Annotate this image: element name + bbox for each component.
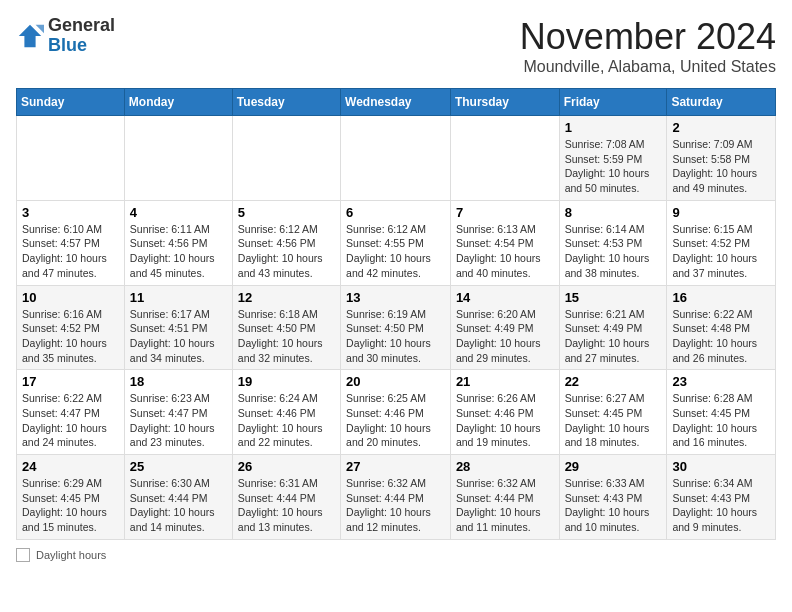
calendar-week-row: 1Sunrise: 7:08 AM Sunset: 5:59 PM Daylig… <box>17 116 776 201</box>
calendar-cell <box>17 116 125 201</box>
day-info: Sunrise: 6:21 AM Sunset: 4:49 PM Dayligh… <box>565 307 662 366</box>
day-number: 22 <box>565 374 662 389</box>
day-info: Sunrise: 6:18 AM Sunset: 4:50 PM Dayligh… <box>238 307 335 366</box>
weekday-header: Thursday <box>450 89 559 116</box>
day-info: Sunrise: 6:25 AM Sunset: 4:46 PM Dayligh… <box>346 391 445 450</box>
calendar-cell: 10Sunrise: 6:16 AM Sunset: 4:52 PM Dayli… <box>17 285 125 370</box>
day-info: Sunrise: 6:13 AM Sunset: 4:54 PM Dayligh… <box>456 222 554 281</box>
calendar-body: 1Sunrise: 7:08 AM Sunset: 5:59 PM Daylig… <box>17 116 776 540</box>
weekday-header: Monday <box>124 89 232 116</box>
calendar-cell: 24Sunrise: 6:29 AM Sunset: 4:45 PM Dayli… <box>17 455 125 540</box>
calendar-cell <box>232 116 340 201</box>
calendar-cell: 15Sunrise: 6:21 AM Sunset: 4:49 PM Dayli… <box>559 285 667 370</box>
day-number: 10 <box>22 290 119 305</box>
calendar-cell: 23Sunrise: 6:28 AM Sunset: 4:45 PM Dayli… <box>667 370 776 455</box>
day-number: 8 <box>565 205 662 220</box>
calendar-cell: 11Sunrise: 6:17 AM Sunset: 4:51 PM Dayli… <box>124 285 232 370</box>
day-info: Sunrise: 6:12 AM Sunset: 4:55 PM Dayligh… <box>346 222 445 281</box>
calendar-cell: 5Sunrise: 6:12 AM Sunset: 4:56 PM Daylig… <box>232 200 340 285</box>
day-info: Sunrise: 6:10 AM Sunset: 4:57 PM Dayligh… <box>22 222 119 281</box>
calendar-cell: 9Sunrise: 6:15 AM Sunset: 4:52 PM Daylig… <box>667 200 776 285</box>
day-number: 11 <box>130 290 227 305</box>
day-number: 27 <box>346 459 445 474</box>
calendar-week-row: 24Sunrise: 6:29 AM Sunset: 4:45 PM Dayli… <box>17 455 776 540</box>
day-number: 14 <box>456 290 554 305</box>
calendar-week-row: 10Sunrise: 6:16 AM Sunset: 4:52 PM Dayli… <box>17 285 776 370</box>
day-info: Sunrise: 6:32 AM Sunset: 4:44 PM Dayligh… <box>346 476 445 535</box>
day-info: Sunrise: 6:23 AM Sunset: 4:47 PM Dayligh… <box>130 391 227 450</box>
calendar-cell: 1Sunrise: 7:08 AM Sunset: 5:59 PM Daylig… <box>559 116 667 201</box>
day-number: 4 <box>130 205 227 220</box>
day-info: Sunrise: 6:29 AM Sunset: 4:45 PM Dayligh… <box>22 476 119 535</box>
day-number: 17 <box>22 374 119 389</box>
day-number: 1 <box>565 120 662 135</box>
day-number: 9 <box>672 205 770 220</box>
day-info: Sunrise: 6:11 AM Sunset: 4:56 PM Dayligh… <box>130 222 227 281</box>
weekday-header: Saturday <box>667 89 776 116</box>
calendar-cell: 14Sunrise: 6:20 AM Sunset: 4:49 PM Dayli… <box>450 285 559 370</box>
calendar-cell: 19Sunrise: 6:24 AM Sunset: 4:46 PM Dayli… <box>232 370 340 455</box>
day-info: Sunrise: 6:14 AM Sunset: 4:53 PM Dayligh… <box>565 222 662 281</box>
calendar-table: SundayMondayTuesdayWednesdayThursdayFrid… <box>16 88 776 540</box>
calendar-cell: 16Sunrise: 6:22 AM Sunset: 4:48 PM Dayli… <box>667 285 776 370</box>
calendar-cell: 7Sunrise: 6:13 AM Sunset: 4:54 PM Daylig… <box>450 200 559 285</box>
day-number: 25 <box>130 459 227 474</box>
day-number: 12 <box>238 290 335 305</box>
logo: General Blue <box>16 16 115 56</box>
calendar-cell: 8Sunrise: 6:14 AM Sunset: 4:53 PM Daylig… <box>559 200 667 285</box>
calendar-cell: 26Sunrise: 6:31 AM Sunset: 4:44 PM Dayli… <box>232 455 340 540</box>
day-info: Sunrise: 7:08 AM Sunset: 5:59 PM Dayligh… <box>565 137 662 196</box>
day-info: Sunrise: 6:19 AM Sunset: 4:50 PM Dayligh… <box>346 307 445 366</box>
calendar-cell: 13Sunrise: 6:19 AM Sunset: 4:50 PM Dayli… <box>341 285 451 370</box>
calendar-week-row: 3Sunrise: 6:10 AM Sunset: 4:57 PM Daylig… <box>17 200 776 285</box>
day-info: Sunrise: 6:32 AM Sunset: 4:44 PM Dayligh… <box>456 476 554 535</box>
day-number: 26 <box>238 459 335 474</box>
day-number: 7 <box>456 205 554 220</box>
calendar-cell: 12Sunrise: 6:18 AM Sunset: 4:50 PM Dayli… <box>232 285 340 370</box>
calendar-header: SundayMondayTuesdayWednesdayThursdayFrid… <box>17 89 776 116</box>
day-number: 23 <box>672 374 770 389</box>
day-number: 30 <box>672 459 770 474</box>
day-info: Sunrise: 6:27 AM Sunset: 4:45 PM Dayligh… <box>565 391 662 450</box>
legend-box <box>16 548 30 562</box>
day-info: Sunrise: 6:34 AM Sunset: 4:43 PM Dayligh… <box>672 476 770 535</box>
day-number: 28 <box>456 459 554 474</box>
calendar-cell: 30Sunrise: 6:34 AM Sunset: 4:43 PM Dayli… <box>667 455 776 540</box>
calendar-cell <box>341 116 451 201</box>
weekday-header: Tuesday <box>232 89 340 116</box>
day-number: 6 <box>346 205 445 220</box>
legend-label: Daylight hours <box>36 549 106 561</box>
location-subtitle: Moundville, Alabama, United States <box>520 58 776 76</box>
legend: Daylight hours <box>16 548 776 562</box>
day-number: 13 <box>346 290 445 305</box>
weekday-header: Friday <box>559 89 667 116</box>
calendar-cell: 17Sunrise: 6:22 AM Sunset: 4:47 PM Dayli… <box>17 370 125 455</box>
calendar-cell: 6Sunrise: 6:12 AM Sunset: 4:55 PM Daylig… <box>341 200 451 285</box>
day-info: Sunrise: 7:09 AM Sunset: 5:58 PM Dayligh… <box>672 137 770 196</box>
calendar-cell: 4Sunrise: 6:11 AM Sunset: 4:56 PM Daylig… <box>124 200 232 285</box>
calendar-cell: 28Sunrise: 6:32 AM Sunset: 4:44 PM Dayli… <box>450 455 559 540</box>
day-number: 19 <box>238 374 335 389</box>
day-number: 18 <box>130 374 227 389</box>
calendar-cell: 3Sunrise: 6:10 AM Sunset: 4:57 PM Daylig… <box>17 200 125 285</box>
weekday-header-row: SundayMondayTuesdayWednesdayThursdayFrid… <box>17 89 776 116</box>
day-info: Sunrise: 6:24 AM Sunset: 4:46 PM Dayligh… <box>238 391 335 450</box>
calendar-cell <box>124 116 232 201</box>
logo-blue-text: Blue <box>48 36 115 56</box>
day-info: Sunrise: 6:20 AM Sunset: 4:49 PM Dayligh… <box>456 307 554 366</box>
day-info: Sunrise: 6:22 AM Sunset: 4:48 PM Dayligh… <box>672 307 770 366</box>
day-number: 20 <box>346 374 445 389</box>
day-info: Sunrise: 6:30 AM Sunset: 4:44 PM Dayligh… <box>130 476 227 535</box>
day-info: Sunrise: 6:12 AM Sunset: 4:56 PM Dayligh… <box>238 222 335 281</box>
page-header: General Blue November 2024 Moundville, A… <box>16 16 776 76</box>
day-info: Sunrise: 6:17 AM Sunset: 4:51 PM Dayligh… <box>130 307 227 366</box>
calendar-cell: 21Sunrise: 6:26 AM Sunset: 4:46 PM Dayli… <box>450 370 559 455</box>
svg-marker-0 <box>19 25 41 47</box>
day-info: Sunrise: 6:33 AM Sunset: 4:43 PM Dayligh… <box>565 476 662 535</box>
calendar-cell: 29Sunrise: 6:33 AM Sunset: 4:43 PM Dayli… <box>559 455 667 540</box>
weekday-header: Sunday <box>17 89 125 116</box>
day-info: Sunrise: 6:22 AM Sunset: 4:47 PM Dayligh… <box>22 391 119 450</box>
day-number: 5 <box>238 205 335 220</box>
month-title: November 2024 <box>520 16 776 58</box>
title-area: November 2024 Moundville, Alabama, Unite… <box>520 16 776 76</box>
